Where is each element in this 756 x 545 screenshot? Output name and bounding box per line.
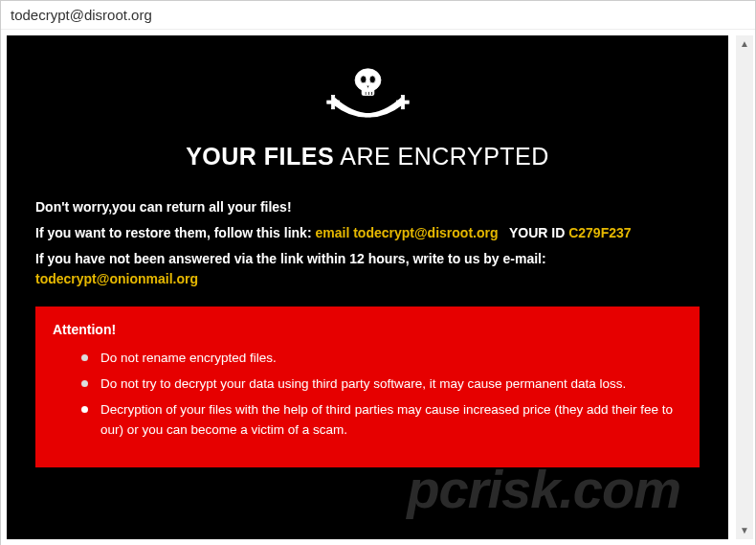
svg-point-3: [369, 76, 375, 83]
attention-box: Attention! Do not rename encrypted files…: [35, 307, 700, 467]
line-3: If you have not been answered via the li…: [35, 249, 700, 289]
attention-heading: Attention!: [53, 322, 682, 337]
your-id-value: C279F237: [568, 225, 631, 240]
window-title: todecrypt@disroot.org: [1, 1, 755, 30]
line-2: If you want to restore them, follow this…: [35, 223, 700, 243]
ransom-note-panel: YOUR FILES ARE ENCRYPTED Don't worry,you…: [7, 35, 728, 539]
watermark-text: pcrisk.com: [407, 458, 680, 520]
bullet-item: Decryption of your files with the help o…: [81, 400, 682, 441]
secondary-email: todecrypt@onionmail.org: [35, 271, 198, 286]
svg-rect-5: [367, 92, 369, 96]
primary-email: todecrypt@disroot.org: [353, 225, 498, 240]
line-3-prefix: If you have not been answered via the li…: [35, 251, 546, 266]
svg-point-2: [360, 76, 366, 83]
svg-rect-4: [365, 92, 367, 96]
line-2-prefix: If you want to restore them, follow this…: [35, 225, 315, 240]
attention-list: Do not rename encrypted files. Do not tr…: [53, 349, 682, 441]
svg-rect-9: [326, 101, 339, 103]
content-area: YOUR FILES ARE ENCRYPTED Don't worry,you…: [1, 30, 755, 545]
scroll-down-icon[interactable]: ▼: [736, 522, 753, 539]
email-label: email: [315, 225, 353, 240]
app-window: todecrypt@disroot.org: [0, 0, 756, 545]
line-1: Don't worry,you can return all your file…: [35, 197, 700, 217]
vertical-scrollbar[interactable]: ▲ ▼: [736, 35, 753, 539]
window-title-text: todecrypt@disroot.org: [11, 7, 152, 23]
bullet-item: Do not rename encrypted files.: [81, 349, 682, 369]
skull-swords-icon: [35, 59, 700, 135]
svg-rect-10: [396, 101, 409, 103]
headline-bold: YOUR FILES: [186, 143, 334, 170]
headline: YOUR FILES ARE ENCRYPTED: [35, 143, 700, 170]
scroll-up-icon[interactable]: ▲: [736, 35, 753, 53]
bullet-item: Do not try to decrypt your data using th…: [81, 375, 682, 395]
svg-rect-6: [370, 92, 372, 96]
your-id-label: YOUR ID: [509, 225, 568, 240]
headline-regular: ARE ENCRYPTED: [334, 143, 549, 170]
